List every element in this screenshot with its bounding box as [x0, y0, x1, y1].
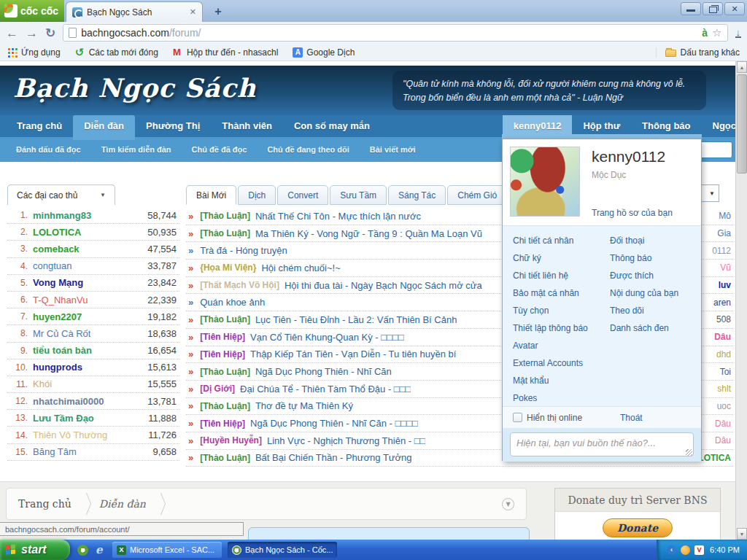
breadcrumb-di-n-n[interactable]: Diễn đàn — [99, 498, 146, 510]
member-name[interactable]: Khói — [33, 378, 52, 389]
profile-menu-th-ng-b-o[interactable]: Thông báo — [610, 249, 678, 267]
content-tab-s-ng-t-c[interactable]: Sáng Tác — [388, 185, 446, 205]
donate-button[interactable]: Donate — [603, 518, 673, 537]
member-name[interactable]: congtuan — [33, 260, 72, 271]
thread-title[interactable]: Quán khoe ảnh — [200, 297, 265, 308]
tab-close-icon[interactable]: ✕ — [190, 7, 196, 17]
coccoc-menu-button[interactable]: cốc cốc — [0, 0, 64, 22]
thread-title[interactable]: Ngã Dục Phong Thiên - Nhĩ Căn — [255, 366, 392, 377]
content-tab-d-ch[interactable]: Dịch — [238, 185, 276, 205]
thread-prefix[interactable]: {Họa Mi Viện} — [200, 262, 256, 273]
thread-prefix[interactable]: [Thảo Luận] — [200, 228, 250, 238]
reload-button[interactable]: ↻ — [45, 27, 55, 39]
thread-title[interactable]: Ma Thiên Ký - Vong Ngữ - Tầng 9 : Quần M… — [255, 228, 482, 239]
thread-last-poster[interactable]: 0112 — [705, 246, 731, 256]
thread-prefix[interactable]: [Tiên Hiệp] — [200, 349, 245, 359]
member-name[interactable]: hungprods — [33, 362, 82, 373]
profile-menu-chi-ti-t-c-nh-n[interactable]: Chi tiết cá nhân — [513, 232, 610, 249]
quicklaunch-browser-icon[interactable]: e — [96, 545, 107, 556]
thread-last-poster[interactable]: Dâu — [708, 419, 731, 429]
profile-menu-ch-k[interactable]: Chữ ký — [513, 249, 610, 267]
thread-title[interactable]: Ngã Dục Phong Thiên - Nhĩ Căn - □□□□ — [250, 418, 418, 429]
thread-title[interactable]: Vạn Cổ Tiên Khung-Quan Kỳ - □□□□ — [250, 332, 404, 343]
nav-item-trang-ch[interactable]: Trang chủ — [6, 115, 73, 137]
thread-prefix[interactable]: [Thất Mạch Võ Hội] — [200, 280, 279, 290]
thread-prefix[interactable]: [Huyền Huyễn] — [200, 435, 262, 446]
logout-link[interactable]: Thoát — [620, 413, 643, 423]
breadcrumb-toggle-icon[interactable] — [502, 498, 514, 510]
thread-last-poster[interactable]: Dâu — [707, 332, 731, 342]
thread-prefix[interactable]: [Dị Giới] — [200, 384, 235, 394]
scrollbar-thumb[interactable] — [737, 74, 747, 174]
scroll-up-icon[interactable] — [737, 61, 747, 73]
tray-vietkey-icon[interactable] — [694, 545, 704, 555]
profile-avatar[interactable] — [510, 147, 580, 217]
subnav-t-m-ki-m-di-n-n[interactable]: Tìm kiếm diễn đàn — [91, 145, 182, 154]
profile-menu-n-i-dung-c-a-b-n[interactable]: Nội dung của bạn — [610, 284, 678, 302]
tray-collapse-icon[interactable] — [667, 545, 676, 555]
member-name[interactable]: T-Q_NhanVu — [33, 295, 88, 306]
address-bar[interactable]: bachngocsach.com/forum/ à ☆ — [63, 24, 727, 42]
subnav-b-i-vi-t-m-i[interactable]: Bài viết mới — [360, 145, 426, 154]
profile-menu-m-t-kh-u[interactable]: Mật khẩu — [513, 372, 610, 389]
profile-menu-b-o-m-t-c-nh-n[interactable]: Bảo mật cá nhân — [513, 284, 610, 302]
forward-button[interactable]: → — [26, 27, 38, 39]
thread-last-poster[interactable]: shlt — [710, 384, 731, 394]
thread-last-poster[interactable]: dhd — [709, 349, 731, 359]
bookmark-star-icon[interactable]: ☆ — [712, 26, 721, 39]
thread-prefix[interactable]: [Thảo Luận] — [200, 401, 250, 411]
quicklaunch-coccoc-icon[interactable] — [77, 545, 88, 556]
other-bookmarks-button[interactable]: Dấu trang khác — [656, 47, 740, 58]
window-close-button[interactable] — [724, 2, 745, 15]
profile-menu-theo-d-i[interactable]: Theo dõi — [610, 302, 678, 319]
nav-item-di-n-n[interactable]: Diễn đàn — [73, 115, 135, 140]
thread-prefix[interactable]: [Thảo Luận] — [200, 211, 250, 221]
vietnamese-ime-icon[interactable]: à — [702, 27, 708, 39]
thread-prefix[interactable]: [Thảo Luận] — [200, 367, 250, 377]
bookmark-h-p-th-n-nhasachl[interactable]: Hộp thư đến - nhasachl — [173, 47, 278, 58]
subnav-nh-d-u-c[interactable]: Đánh dấu đã đọc — [6, 145, 91, 154]
subnav-ch-ang-theo-d-i[interactable]: Chủ đề đang theo dõi — [257, 145, 359, 154]
bookmark-ng-d-ng[interactable]: Ứng dụng — [7, 47, 61, 58]
thread-prefix[interactable]: [Thảo Luận] — [200, 453, 250, 463]
member-name[interactable]: minhmang83 — [33, 210, 91, 221]
member-name[interactable]: Thiên Vô Thường — [33, 429, 107, 440]
profile-menu-avatar[interactable]: Avatar — [513, 337, 610, 354]
thread-title[interactable]: Lục Tiên - Tiêu Đỉnh - Lầu 2: Vấn Thiên … — [255, 314, 457, 325]
thread-last-poster[interactable]: Vũ — [713, 262, 731, 273]
scroll-down-icon[interactable] — [737, 528, 747, 540]
subnav-ch-c[interactable]: Chủ đề đã đọc — [182, 145, 258, 154]
member-name[interactable]: Lưu Tầm Đạo — [33, 413, 94, 424]
site-logo[interactable]: Bạch Ngọc Sách — [13, 73, 256, 103]
tray-updater-icon[interactable] — [681, 545, 690, 555]
show-online-checkbox[interactable] — [513, 413, 522, 422]
nav-item-con-s-may-m-n[interactable]: Con số may mắn — [283, 115, 381, 137]
resize-grip[interactable] — [686, 449, 692, 456]
member-name[interactable]: LOLOTICA — [33, 227, 81, 238]
taskbar-button-microsoft-excel-sac[interactable]: XMicrosoft Excel - SAC... — [112, 542, 222, 558]
profile-menu-pokes[interactable]: Pokes — [513, 389, 610, 407]
thread-title[interactable]: Hội chém chuối~!~ — [261, 262, 340, 273]
thread-prefix[interactable]: [Tiên Hiệp] — [200, 332, 245, 342]
thread-last-poster[interactable]: 508 — [709, 314, 731, 324]
member-name[interactable]: Băng Tâm — [33, 446, 77, 457]
thread-title[interactable]: Thơ đề tự Ma Thiên Ký — [255, 400, 353, 411]
start-button[interactable]: start — [0, 540, 70, 560]
page-scrollbar[interactable] — [735, 61, 747, 540]
browser-tab[interactable]: Bạch Ngọc Sách ✕ — [66, 1, 203, 22]
thread-title[interactable]: Hội thi đua tài - Ngày Bạch Ngọc Sách mở… — [285, 280, 482, 291]
new-tab-button[interactable] — [207, 3, 229, 20]
breadcrumb-trang-ch[interactable]: Trang chủ — [18, 498, 71, 510]
taskbar-button-b-ch-ng-c-s-ch-c-c[interactable]: Bạch Ngọc Sách - Cốc... — [228, 542, 337, 558]
thread-title[interactable]: Trà đá - Hóng truyện — [200, 245, 287, 256]
thread-last-poster[interactable]: luv — [711, 280, 731, 290]
member-name[interactable]: comeback — [33, 244, 80, 254]
profile-menu-c-th-ch[interactable]: Được thích — [610, 267, 678, 284]
thread-last-poster[interactable]: uoc — [710, 401, 731, 411]
bookmark-c-c-tab-m-i-ng[interactable]: Các tab mới đóng — [75, 47, 158, 58]
window-restore-button[interactable] — [703, 2, 723, 15]
thread-title[interactable]: Đại Chúa Tể - Thiên Tàm Thổ Đậu - □□□ — [240, 384, 411, 394]
content-tab-ch-m-gi[interactable]: Chém Gió — [447, 185, 507, 205]
thread-title[interactable]: Thập Kiếp Tán Tiên - Vạn Diễn - Tu tiên … — [250, 349, 456, 359]
content-tab-convert[interactable]: Convert — [277, 185, 328, 205]
